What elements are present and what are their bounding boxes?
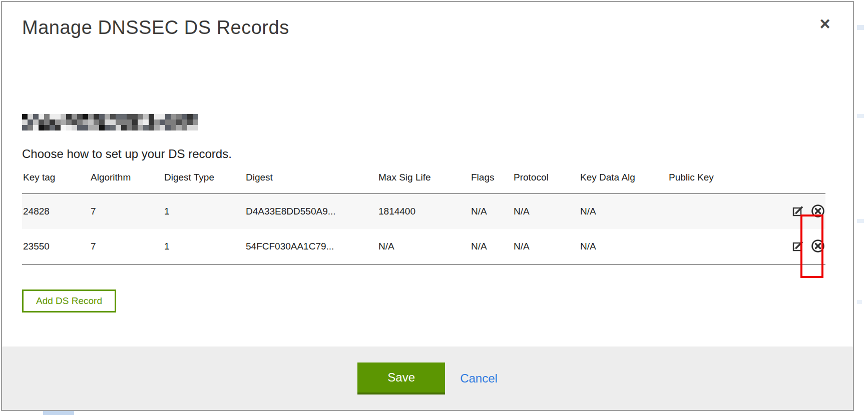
cell-digest-type: 1	[163, 229, 245, 264]
column-header-actions	[788, 169, 825, 194]
cell-protocol: N/A	[513, 194, 579, 229]
close-icon[interactable]: ×	[814, 13, 836, 35]
column-header-public-key: Public Key	[668, 169, 788, 194]
table-header-row: Key tag Algorithm Digest Type Digest Max…	[22, 169, 825, 194]
cell-max-sig-life: 1814400	[377, 194, 470, 229]
cell-public-key	[668, 194, 788, 229]
background-page-fragment	[857, 25, 864, 30]
delete-record-icon[interactable]	[810, 238, 825, 255]
column-header-digest: Digest	[245, 169, 377, 194]
cell-protocol: N/A	[513, 229, 579, 264]
add-ds-record-button[interactable]: Add DS Record	[22, 290, 116, 312]
column-header-key-data-alg: Key Data Alg	[579, 169, 668, 194]
cell-public-key	[668, 229, 788, 264]
cell-algorithm: 7	[90, 229, 163, 264]
cell-flags: N/A	[470, 194, 513, 229]
delete-record-icon[interactable]	[810, 204, 825, 220]
edit-record-icon[interactable]	[792, 204, 805, 219]
cell-key-data-alg: N/A	[579, 194, 668, 229]
column-header-digest-type: Digest Type	[163, 169, 245, 194]
column-header-flags: Flags	[470, 169, 513, 194]
background-page-fragment	[43, 411, 74, 415]
setup-instruction-text: Choose how to set up your DS records.	[22, 147, 232, 161]
dialog-footer: Save Cancel	[2, 346, 853, 410]
cell-digest: 54FCF030AA1C79...	[245, 229, 377, 264]
background-page-fragment	[857, 219, 864, 223]
table-row: 24828 7 1 D4A33E8DD550A9... 1814400 N/A …	[22, 194, 825, 229]
cell-key-tag: 24828	[22, 194, 90, 229]
cell-digest: D4A33E8DD550A9...	[245, 194, 377, 229]
manage-dnssec-ds-records-dialog: Manage DNSSEC DS Records × Choose how to…	[1, 1, 854, 411]
cell-flags: N/A	[470, 229, 513, 264]
ds-records-table: Key tag Algorithm Digest Type Digest Max…	[22, 169, 825, 265]
domain-name-redacted	[22, 114, 198, 130]
background-page-fragment	[857, 114, 864, 118]
cell-key-data-alg: N/A	[579, 229, 668, 264]
cell-algorithm: 7	[90, 194, 163, 229]
column-header-key-tag: Key tag	[22, 169, 90, 194]
column-header-max-sig-life: Max Sig Life	[377, 169, 470, 194]
edit-record-icon[interactable]	[792, 240, 805, 254]
table-row: 23550 7 1 54FCF030AA1C79... N/A N/A N/A …	[22, 229, 825, 264]
background-page-fragment	[857, 300, 862, 304]
dialog-title: Manage DNSSEC DS Records	[22, 17, 289, 38]
save-button[interactable]: Save	[357, 362, 445, 394]
cell-key-tag: 23550	[22, 229, 90, 264]
ds-records-table-container: Key tag Algorithm Digest Type Digest Max…	[22, 169, 825, 265]
column-header-algorithm: Algorithm	[90, 169, 163, 194]
column-header-protocol: Protocol	[513, 169, 579, 194]
cell-max-sig-life: N/A	[377, 229, 470, 264]
cancel-link[interactable]: Cancel	[460, 372, 498, 386]
cell-digest-type: 1	[163, 194, 245, 229]
